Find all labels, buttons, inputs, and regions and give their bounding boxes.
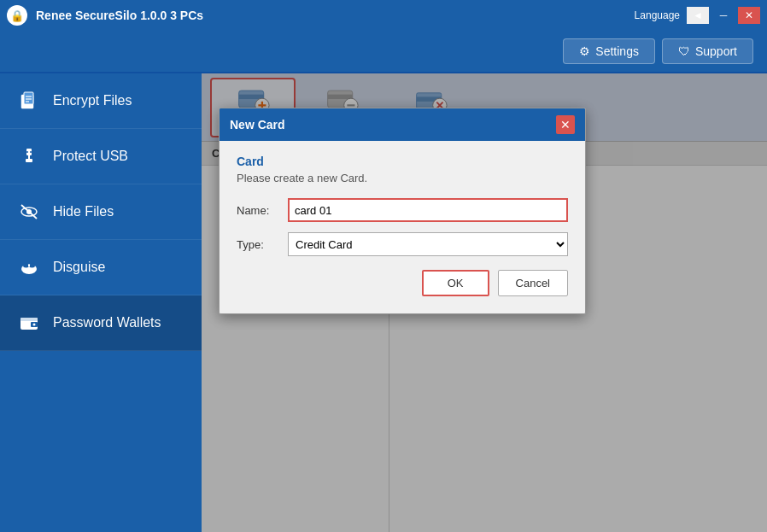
new-card-dialog: New Card ✕ Card Please create a new Card…: [219, 108, 586, 314]
sidebar: Encrypt Files Protect USB: [0, 73, 202, 532]
password-wallets-label: Password Wallets: [53, 315, 161, 330]
support-label: Support: [695, 44, 737, 58]
dialog-section-title: Card: [237, 155, 568, 168]
dialog-section-desc: Please create a new Card.: [237, 172, 568, 184]
support-icon: 🛡: [678, 44, 690, 58]
svg-rect-7: [26, 159, 32, 162]
svg-point-20: [33, 324, 36, 326]
cancel-button[interactable]: Cancel: [498, 270, 568, 296]
ok-button[interactable]: OK: [422, 270, 489, 296]
type-field-row: Type: Credit Card Debit Card Membership …: [237, 232, 568, 256]
header-bar: ⚙ Settings 🛡 Support: [0, 31, 767, 73]
type-select[interactable]: Credit Card Debit Card Membership Card O…: [288, 232, 568, 256]
sidebar-item-disguise[interactable]: Disguise: [0, 240, 202, 295]
title-bar: 🔒 Renee SecureSilo 1.0.0 3 PCs Language …: [0, 0, 767, 31]
settings-icon: ⚙: [579, 44, 590, 58]
close-button[interactable]: ✕: [738, 7, 760, 24]
disguise-label: Disguise: [53, 260, 105, 275]
title-bar-controls: Language ◄ ─ ✕: [635, 7, 760, 24]
name-field-row: Name:: [237, 198, 568, 222]
sidebar-item-password-wallets[interactable]: Password Wallets: [0, 295, 202, 351]
dialog-close-button[interactable]: ✕: [556, 115, 575, 134]
encrypt-files-icon: [17, 89, 41, 113]
title-bar-left: 🔒 Renee SecureSilo 1.0.0 3 PCs: [7, 5, 203, 26]
app-icon: 🔒: [7, 5, 27, 26]
support-button[interactable]: 🛡 Support: [662, 38, 753, 64]
hide-files-icon: [17, 200, 41, 224]
svg-rect-17: [28, 265, 30, 266]
type-label: Type:: [237, 238, 279, 251]
encrypt-files-label: Encrypt Files: [53, 93, 132, 108]
svg-point-9: [30, 151, 32, 153]
sidebar-item-encrypt-files[interactable]: Encrypt Files: [0, 73, 202, 129]
language-label: Language: [635, 9, 680, 21]
language-back-btn[interactable]: ◄: [687, 7, 709, 24]
modal-overlay: New Card ✕ Card Please create a new Card…: [202, 73, 767, 532]
svg-point-16: [29, 264, 35, 268]
app-title: Renee SecureSilo 1.0.0 3 PCs: [36, 9, 203, 22]
disguise-icon: [17, 255, 41, 279]
sidebar-item-protect-usb[interactable]: Protect USB: [0, 129, 202, 184]
password-wallets-icon: [17, 311, 41, 335]
dialog-actions: OK Cancel: [237, 270, 568, 296]
name-label: Name:: [237, 204, 279, 217]
svg-rect-21: [20, 318, 38, 321]
settings-button[interactable]: ⚙ Settings: [563, 38, 655, 64]
sidebar-item-hide-files[interactable]: Hide Files: [0, 184, 202, 240]
protect-usb-label: Protect USB: [53, 149, 128, 164]
svg-point-15: [23, 264, 29, 268]
protect-usb-icon: [17, 144, 41, 168]
minimize-button[interactable]: ─: [712, 7, 735, 24]
dialog-body: Card Please create a new Card. Name: Typ…: [220, 141, 585, 313]
name-input[interactable]: [288, 198, 568, 222]
svg-rect-1: [24, 92, 33, 104]
hide-files-label: Hide Files: [53, 204, 114, 219]
dialog-title: New Card: [230, 118, 285, 132]
dialog-title-bar: New Card ✕: [220, 108, 585, 141]
settings-label: Settings: [595, 44, 639, 58]
svg-point-8: [26, 151, 28, 153]
